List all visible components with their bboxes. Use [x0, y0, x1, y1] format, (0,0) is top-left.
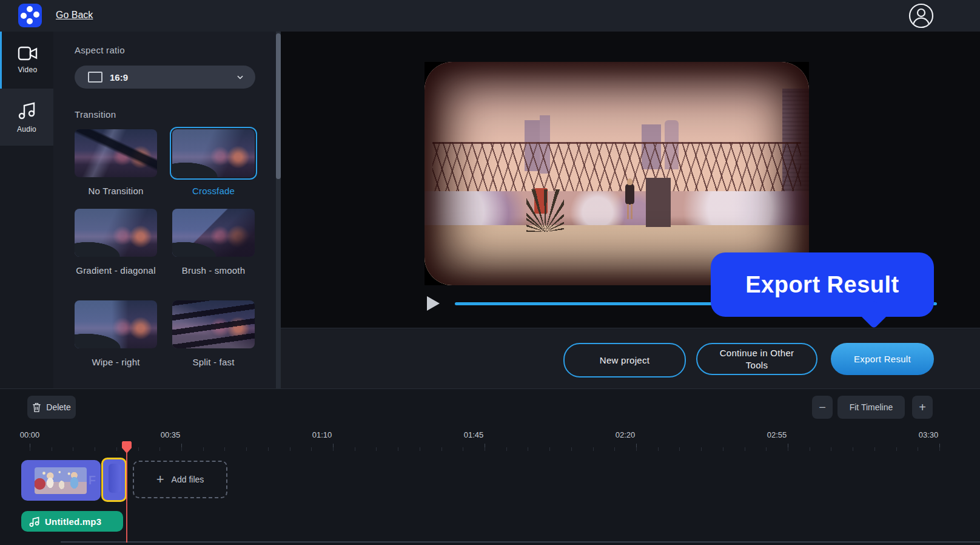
aspect-ratio-label: Aspect ratio — [75, 45, 125, 55]
new-project-button[interactable]: New project — [563, 343, 686, 377]
panel-scrollbar-thumb[interactable] — [276, 33, 281, 179]
options-panel: Aspect ratio 16:9 Transition No Transiti… — [53, 32, 276, 388]
transition-option-wipe-right[interactable]: Wipe - right — [75, 300, 157, 368]
play-button[interactable] — [427, 296, 440, 311]
timeline: Delete − Fit Timeline + 00:00 00:35 01:1… — [0, 388, 980, 545]
add-files-button[interactable]: + Add files — [133, 461, 227, 498]
sidebar-tab-label: Video — [18, 66, 38, 74]
tooltip-text: Export Result — [745, 272, 899, 298]
aspect-ratio-value: 16:9 — [110, 72, 128, 83]
ruler-time-label: 00:00 — [20, 430, 40, 439]
ruler-time-label: 01:45 — [464, 430, 484, 439]
music-note-icon — [18, 101, 36, 120]
audio-clip-name: Untitled.mp3 — [45, 516, 101, 527]
plus-icon: + — [156, 473, 164, 486]
transition-option-gradient-diagonal[interactable]: Gradient - diagonal — [75, 209, 157, 277]
video-preview — [425, 62, 809, 285]
app-window: Go Back Video — [0, 0, 980, 545]
fit-timeline-button[interactable]: Fit Timeline — [837, 396, 905, 419]
rectangle-icon — [88, 72, 102, 83]
ruler-time-label: 00:35 — [161, 430, 181, 439]
delete-button[interactable]: Delete — [27, 396, 76, 419]
video-clip[interactable]: F — [21, 460, 101, 501]
top-bar: Go Back — [0, 0, 980, 32]
continue-other-tools-button[interactable]: Continue in Other Tools — [696, 343, 817, 375]
video-frame — [425, 62, 809, 285]
video-clip-thumbnail — [35, 467, 87, 494]
ruler-time-label: 02:20 — [616, 430, 636, 439]
zoom-in-button[interactable]: + — [912, 396, 933, 419]
audio-clip[interactable]: Untitled.mp3 — [21, 511, 123, 532]
playhead-handle[interactable] — [122, 441, 132, 453]
aspect-ratio-dropdown[interactable]: 16:9 — [75, 66, 255, 89]
transition-thumbnail — [75, 129, 157, 177]
video-camera-icon — [18, 46, 38, 61]
clip-watermark: F — [89, 473, 96, 487]
sidebar-tab-video[interactable]: Video — [0, 32, 53, 89]
ruler-minor-ticks — [30, 447, 951, 451]
sidebar-tab-label: Audio — [17, 125, 36, 134]
app-logo-icon[interactable] — [18, 4, 42, 27]
action-bar: New project Continue in Other Tools Expo… — [281, 328, 980, 389]
transition-option-no-transition[interactable]: No Transition — [75, 129, 157, 197]
ruler-time-label: 01:10 — [312, 430, 332, 439]
transition-thumbnail — [172, 129, 255, 177]
tool-sidebar: Video Audio — [0, 32, 53, 388]
transition-option-split-fast[interactable]: Split - fast — [172, 300, 255, 368]
export-result-tooltip: Export Result — [711, 252, 934, 317]
export-result-button[interactable]: Export Result — [831, 343, 934, 375]
ruler-time-label: 03:30 — [919, 430, 939, 439]
transition-clip-selected[interactable] — [101, 458, 127, 502]
music-note-icon — [29, 516, 39, 527]
timeline-scrollbar[interactable] — [61, 541, 980, 543]
trash-icon — [32, 402, 41, 413]
ruler-time-label: 02:55 — [767, 430, 787, 439]
transition-thumbnail — [172, 300, 255, 348]
chevron-down-icon — [236, 73, 244, 81]
zoom-out-button[interactable]: − — [812, 396, 833, 419]
transition-label: Transition — [75, 109, 116, 120]
sidebar-tab-audio[interactable]: Audio — [0, 89, 53, 146]
transition-option-crossfade[interactable]: Crossfade — [172, 129, 255, 197]
transition-thumbnail — [172, 209, 255, 257]
transition-thumbnail — [75, 209, 157, 257]
transition-option-brush-smooth[interactable]: Brush - smooth — [172, 209, 255, 277]
go-back-link[interactable]: Go Back — [56, 10, 93, 21]
playhead-line — [126, 442, 127, 543]
transition-thumbnail — [75, 300, 157, 348]
user-avatar-icon[interactable] — [907, 2, 935, 30]
